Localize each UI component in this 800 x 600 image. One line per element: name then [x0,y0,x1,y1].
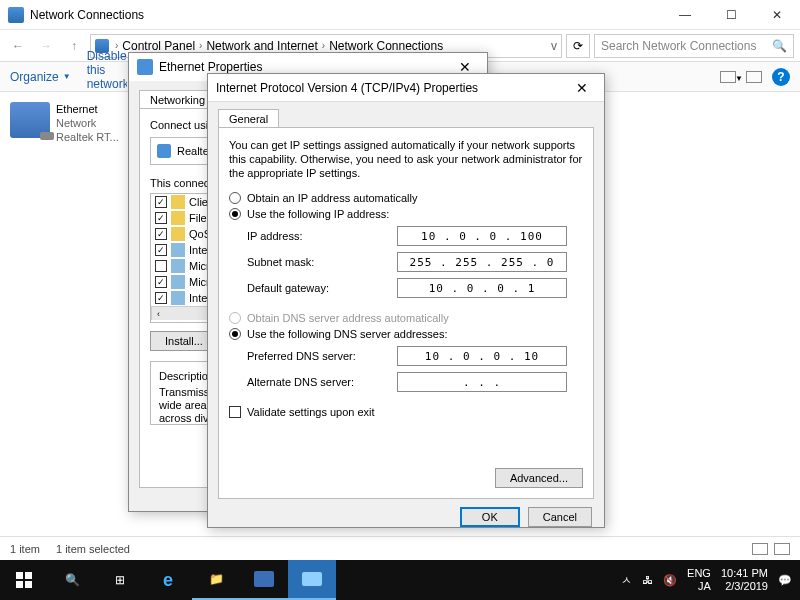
ip-address-label: IP address: [247,230,397,242]
obtain-ip-auto-radio[interactable]: Obtain an IP address automatically [229,192,583,204]
ok-button[interactable]: OK [460,507,520,527]
details-view-icon[interactable] [752,543,768,555]
clock[interactable]: 10:41 PM2/3/2019 [721,567,768,593]
item-count: 1 item [10,543,40,555]
chevron-down-icon: ▼ [63,72,71,81]
network-tray-icon[interactable]: 🖧 [642,574,653,586]
app-icon [8,7,24,23]
default-gateway-label: Default gateway: [247,282,397,294]
component-icon [171,259,185,273]
checkbox[interactable] [155,260,167,272]
system-tray: ㅅ 🖧 🔇 ENGJA 10:41 PM2/3/2019 💬 [613,567,800,593]
selection-count: 1 item selected [56,543,130,555]
refresh-button[interactable]: ⟳ [566,34,590,58]
default-gateway-input[interactable]: 10 . 0 . 0 . 1 [397,278,567,298]
organize-menu[interactable]: Organize ▼ [10,70,71,84]
component-icon [171,243,185,257]
file-explorer-button[interactable]: 📁 [192,560,240,600]
component-icon [171,291,185,305]
subnet-mask-input[interactable]: 255 . 255 . 255 . 0 [397,252,567,272]
dialog-title: Ethernet Properties [159,60,262,74]
adapter-device: Realtek RT... [56,130,119,144]
help-button[interactable]: ? [772,68,790,86]
start-button[interactable] [0,560,48,600]
radio-icon [229,208,241,220]
checkbox[interactable]: ✓ [155,196,167,208]
use-following-ip-radio[interactable]: Use the following IP address: [229,208,583,220]
volume-tray-icon[interactable]: 🔇 [663,574,677,587]
window-title: Network Connections [30,8,662,22]
tab-networking[interactable]: Networking [139,90,216,109]
large-icons-view-icon[interactable] [774,543,790,555]
breadcrumb-control-panel[interactable]: Control Panel [118,39,199,53]
ethernet-icon [10,102,50,138]
checkbox[interactable]: ✓ [155,292,167,304]
breadcrumb-network-internet[interactable]: Network and Internet [202,39,321,53]
dialog-titlebar: Internet Protocol Version 4 (TCP/IPv4) P… [208,74,604,102]
window-titlebar: Network Connections — ☐ ✕ [0,0,800,30]
checkbox-icon [229,406,241,418]
server-manager-button[interactable] [240,560,288,600]
tray-overflow-button[interactable]: ㅅ [621,573,632,588]
validate-settings-checkbox[interactable]: Validate settings upon exit [229,406,583,418]
radio-icon [229,192,241,204]
taskbar: 🔍 ⊞ e 📁 ㅅ 🖧 🔇 ENGJA 10:41 PM2/3/2019 💬 [0,560,800,600]
component-icon [171,195,185,209]
dialog-title: Internet Protocol Version 4 (TCP/IPv4) P… [216,81,478,95]
language-indicator[interactable]: ENGJA [687,567,711,593]
control-panel-button[interactable] [288,560,336,600]
tab-general[interactable]: General [218,109,279,128]
alternate-dns-input[interactable]: . . . [397,372,567,392]
breadcrumb-dropdown[interactable]: v [551,39,557,53]
ethernet-icon [137,59,153,75]
search-icon: 🔍 [772,39,787,53]
preferred-dns-label: Preferred DNS server: [247,350,397,362]
search-placeholder: Search Network Connections [601,39,772,53]
use-following-dns-radio[interactable]: Use the following DNS server addresses: [229,328,583,340]
svg-rect-0 [16,572,23,579]
component-icon [171,211,185,225]
alternate-dns-label: Alternate DNS server: [247,376,397,388]
advanced-button[interactable]: Advanced... [495,468,583,488]
up-button[interactable]: ↑ [62,34,86,58]
back-button[interactable]: ← [6,34,30,58]
adapter-status: Network [56,116,119,130]
cancel-button[interactable]: Cancel [528,507,592,527]
maximize-button[interactable]: ☐ [708,0,754,30]
checkbox[interactable]: ✓ [155,212,167,224]
svg-rect-1 [25,572,32,579]
checkbox[interactable]: ✓ [155,276,167,288]
component-icon [171,227,185,241]
radio-icon [229,312,241,324]
adapter-name: Ethernet [56,102,119,116]
preview-pane-button[interactable] [746,71,762,83]
checkbox[interactable]: ✓ [155,244,167,256]
minimize-button[interactable]: — [662,0,708,30]
info-text: You can get IP settings assigned automat… [229,138,583,180]
radio-icon [229,328,241,340]
ip-address-input[interactable]: 10 . 0 . 0 . 100 [397,226,567,246]
search-button[interactable]: 🔍 [48,560,96,600]
subnet-mask-label: Subnet mask: [247,256,397,268]
svg-rect-3 [25,581,32,588]
internet-explorer-button[interactable]: e [144,560,192,600]
component-icon [171,275,185,289]
obtain-dns-auto-radio: Obtain DNS server address automatically [229,312,583,324]
svg-rect-2 [16,581,23,588]
checkbox[interactable]: ✓ [155,228,167,240]
search-input[interactable]: Search Network Connections 🔍 [594,34,794,58]
forward-button[interactable]: → [34,34,58,58]
ipv4-properties-dialog: Internet Protocol Version 4 (TCP/IPv4) P… [207,73,605,528]
close-button[interactable]: ✕ [754,0,800,30]
status-bar: 1 item 1 item selected [0,536,800,560]
action-center-button[interactable]: 💬 [778,574,792,587]
breadcrumb-network-connections[interactable]: Network Connections [325,39,447,53]
close-button[interactable]: ✕ [568,76,596,100]
network-icon [95,39,109,53]
preferred-dns-input[interactable]: 10 . 0 . 0 . 10 [397,346,567,366]
nic-icon [157,144,171,158]
view-options-button[interactable]: ▼ [720,71,736,83]
task-view-button[interactable]: ⊞ [96,560,144,600]
